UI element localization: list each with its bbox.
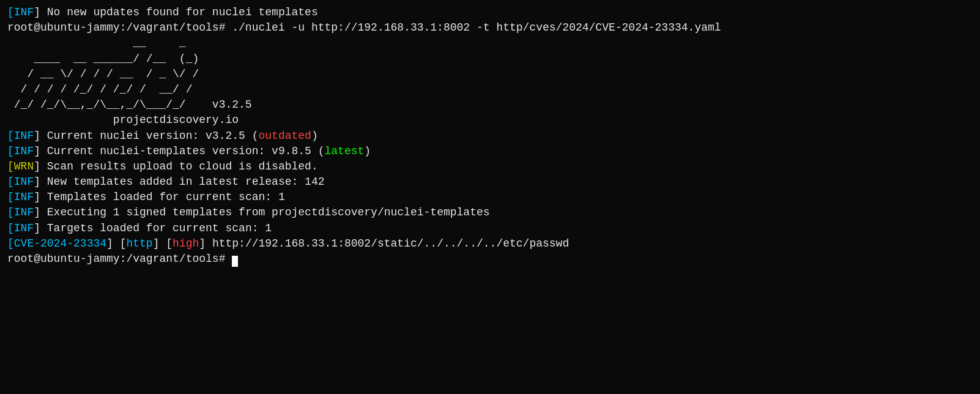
cursor bbox=[232, 256, 238, 267]
terminal-line: ____ __ ______/ /__ (_) bbox=[7, 51, 973, 67]
terminal-line: [INF] No new updates found for nuclei te… bbox=[7, 5, 973, 20]
terminal-line: [INF] New templates added in latest rele… bbox=[7, 174, 973, 190]
terminal-line: projectdiscovery.io bbox=[7, 113, 973, 128]
terminal-line: [INF] Current nuclei-templates version: … bbox=[7, 144, 973, 159]
terminal-line: [INF] Templates loaded for current scan:… bbox=[7, 190, 973, 205]
terminal-window[interactable]: [INF] No new updates found for nuclei te… bbox=[7, 5, 973, 267]
terminal-line: [CVE-2024-23334] [http] [high] http://19… bbox=[7, 236, 973, 251]
terminal-line: / __ \/ / / / __ / _ \/ / bbox=[7, 67, 973, 82]
terminal-line: root@ubuntu-jammy:/vagrant/tools# ./nucl… bbox=[7, 20, 973, 35]
terminal-line: [WRN] Scan results upload to cloud is di… bbox=[7, 159, 973, 174]
terminal-line: __ _ bbox=[7, 35, 973, 51]
terminal-line: / / / / /_/ / /_/ / __/ / bbox=[7, 82, 973, 97]
terminal-line: [INF] Executing 1 signed templates from … bbox=[7, 205, 973, 220]
terminal-line: [INF] Targets loaded for current scan: 1 bbox=[7, 221, 973, 236]
terminal-line: /_/ /_/\__,_/\__,_/\___/_/ v3.2.5 bbox=[7, 97, 973, 113]
terminal-line: root@ubuntu-jammy:/vagrant/tools# bbox=[7, 251, 973, 267]
terminal-line: [INF] Current nuclei version: v3.2.5 (ou… bbox=[7, 128, 973, 144]
